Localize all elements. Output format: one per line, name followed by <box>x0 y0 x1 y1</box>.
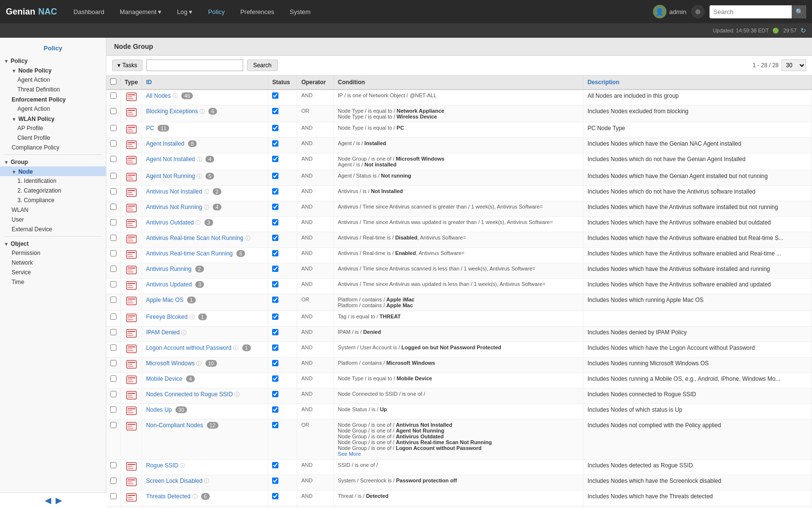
row-checkbox[interactable] <box>110 422 116 428</box>
row-checkbox[interactable] <box>110 204 116 210</box>
row-id-link[interactable]: Agent Not Running <box>146 173 195 179</box>
see-more-link[interactable]: See More <box>338 451 361 457</box>
status-checkbox[interactable] <box>272 156 278 162</box>
sidebar-item-permission[interactable]: Permission <box>0 248 106 258</box>
sidebar-collapse-icon[interactable]: ◀ <box>45 496 51 505</box>
search-input[interactable] <box>146 60 243 71</box>
info-icon[interactable]: ⓘ <box>192 493 198 499</box>
status-checkbox[interactable] <box>272 266 278 272</box>
status-checkbox[interactable] <box>272 297 278 303</box>
sidebar-item-policy[interactable]: ▼Policy <box>0 56 106 65</box>
status-checkbox[interactable] <box>272 360 278 366</box>
sidebar-item-node-policy[interactable]: ▼Node Policy <box>0 65 106 75</box>
row-id-link[interactable]: IPAM Denied <box>146 329 180 336</box>
row-id-link[interactable]: Mobile Device <box>146 375 182 382</box>
row-id-link[interactable]: Threats Detected <box>146 493 190 500</box>
row-checkbox[interactable] <box>110 188 116 194</box>
info-icon[interactable]: ⓘ <box>245 235 250 241</box>
search-button[interactable]: Search <box>247 60 278 71</box>
row-id-link[interactable]: All Nodes <box>146 92 171 99</box>
status-checkbox[interactable] <box>272 493 278 499</box>
row-checkbox[interactable] <box>110 266 116 272</box>
row-checkbox[interactable] <box>110 375 116 382</box>
status-checkbox[interactable] <box>272 219 278 225</box>
row-id-link[interactable]: Agent Installed <box>146 140 184 147</box>
row-id-link[interactable]: PC <box>146 125 154 132</box>
status-checkbox[interactable] <box>272 391 278 397</box>
info-icon[interactable]: ⓘ <box>181 329 187 335</box>
row-checkbox[interactable] <box>110 478 116 484</box>
row-checkbox[interactable] <box>110 297 116 303</box>
status-checkbox[interactable] <box>272 375 278 382</box>
status-checkbox[interactable] <box>272 422 278 428</box>
nav-policy[interactable]: Policy <box>201 5 232 18</box>
row-checkbox[interactable] <box>110 92 116 99</box>
nav-preferences[interactable]: Preferences <box>233 5 281 18</box>
select-all-checkbox[interactable] <box>110 78 116 85</box>
sidebar-item-time[interactable]: Time <box>0 277 106 287</box>
row-checkbox[interactable] <box>110 314 116 320</box>
nav-management[interactable]: Management ▾ <box>113 5 169 18</box>
row-checkbox[interactable] <box>110 250 116 256</box>
info-icon[interactable]: ⓘ <box>180 463 185 468</box>
row-checkbox[interactable] <box>110 462 116 468</box>
sidebar-item-agent-action-1[interactable]: Agent Action <box>0 75 106 85</box>
info-icon[interactable]: ⓘ <box>200 108 205 114</box>
info-icon[interactable]: ⓘ <box>233 345 238 351</box>
row-id-link[interactable]: Rogue SSID <box>146 462 178 469</box>
sidebar-item-object[interactable]: ▼Object <box>0 239 106 248</box>
sidebar-item-service[interactable]: Service <box>0 268 106 277</box>
row-id-link[interactable]: Logon Account without Password <box>146 344 232 351</box>
status-checkbox[interactable] <box>272 204 278 210</box>
info-icon[interactable]: ⓘ <box>189 314 195 320</box>
status-checkbox[interactable] <box>272 140 278 147</box>
sidebar-item-user[interactable]: User <box>0 215 106 224</box>
sidebar-item-enforcement-policy[interactable]: Enforcement Policy <box>0 94 106 104</box>
search-input-top[interactable] <box>710 5 792 18</box>
row-checkbox[interactable] <box>110 360 116 366</box>
info-icon[interactable]: ⓘ <box>204 204 209 210</box>
status-checkbox[interactable] <box>272 188 278 194</box>
row-id-link[interactable]: Antivirus Outdated <box>146 219 194 226</box>
sidebar-item-ap-profile[interactable]: AP Profile <box>0 123 106 133</box>
sidebar-item-group[interactable]: ▼Group <box>0 157 106 166</box>
status-checkbox[interactable] <box>272 92 278 99</box>
row-checkbox[interactable] <box>110 140 116 147</box>
info-icon[interactable]: ⓘ <box>197 156 202 162</box>
status-checkbox[interactable] <box>272 314 278 320</box>
info-icon[interactable]: ⓘ <box>195 220 201 225</box>
row-id-link[interactable]: Nodes Up <box>146 406 172 413</box>
status-checkbox[interactable] <box>272 235 278 241</box>
info-icon[interactable]: ⓘ <box>204 478 209 484</box>
row-id-link[interactable]: Microsoft Windows <box>146 360 195 367</box>
sidebar-item-wlan[interactable]: WLAN <box>0 205 106 215</box>
sidebar-item-client-profile[interactable]: Client Profile <box>0 133 106 143</box>
info-icon[interactable]: ⓘ <box>173 93 178 99</box>
sidebar-item-categorization[interactable]: 2. Categorization <box>0 186 106 195</box>
row-checkbox[interactable] <box>110 108 116 114</box>
status-checkbox[interactable] <box>272 281 278 287</box>
info-icon[interactable]: ⓘ <box>197 173 202 179</box>
row-id-link[interactable]: Antivirus Real-time Scan Running <box>146 250 232 257</box>
row-id-link[interactable]: Agent Not Installed <box>146 156 195 163</box>
row-id-link[interactable]: Antivirus Updated <box>146 281 192 288</box>
row-checkbox[interactable] <box>110 125 116 131</box>
row-id-link[interactable]: Screen Lock Disabled <box>146 478 203 484</box>
row-id-link[interactable]: Nodes Connected to Rogue SSID <box>146 391 232 398</box>
row-id-link[interactable]: Apple Mac OS <box>146 297 183 303</box>
sidebar-item-node[interactable]: ▼Node <box>0 166 106 176</box>
row-id-link[interactable]: Non-Compliant Nodes <box>146 422 203 429</box>
status-checkbox[interactable] <box>272 108 278 114</box>
row-checkbox[interactable] <box>110 493 116 499</box>
sidebar-item-wlan-policy[interactable]: ▼WLAN Policy <box>0 114 106 123</box>
status-checkbox[interactable] <box>272 329 278 335</box>
row-id-link[interactable]: Antivirus Not Running <box>146 204 202 210</box>
row-id-link[interactable]: Blocking Exceptions <box>146 108 198 115</box>
row-checkbox[interactable] <box>110 391 116 397</box>
sidebar-item-compliance-3[interactable]: 3. Compliance <box>0 195 106 205</box>
row-checkbox[interactable] <box>110 406 116 413</box>
row-checkbox[interactable] <box>110 329 116 335</box>
nav-system[interactable]: System <box>283 5 317 18</box>
sidebar-expand-icon[interactable]: ▶ <box>56 496 61 505</box>
row-id-link[interactable]: Fireeye Blcoked <box>146 314 188 320</box>
